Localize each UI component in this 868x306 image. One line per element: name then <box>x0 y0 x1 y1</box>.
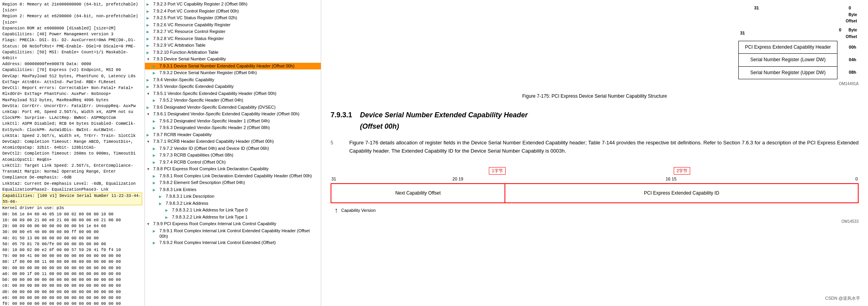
para-body: Figure 7-176 details allocation of regis… <box>349 138 859 155</box>
tree-item[interactable]: ▶7.9.2.9 VC Arbitration Table <box>145 42 321 49</box>
tree-item[interactable]: ▶7.9.9.1 Root Complex Internal Link Cont… <box>145 228 321 240</box>
tree-item-label: 7.9.2.3 Port VC Capability Register 2 (O… <box>153 1 319 7</box>
tree-item[interactable]: ▶7.9.9.2 Root Complex Internal Link Cont… <box>145 239 321 246</box>
tree-item[interactable]: ▼7.9.9 PCI Express Root Complex Internal… <box>145 220 321 228</box>
tree-item[interactable]: ▶7.9.8.2 Element Self Description (Offse… <box>145 179 321 186</box>
tree-item-label: 7.9.8.3.2.1 Link Address for Link Type 0 <box>172 207 319 213</box>
om-label-2: OM14533 <box>331 219 859 225</box>
leaf-arrow-icon: ▶ <box>153 118 158 124</box>
left-line: 70: 00 00 41 00 00 00 00 00 00 00 00 00 … <box>2 253 142 259</box>
left-line: DevCap: MaxPayload 512 bytes, PhantFunc … <box>2 73 142 79</box>
tree-item-label: 7.9.7.3 RCRB Capabilities (Offset 08h) <box>159 152 319 158</box>
left-line: LnkSta2: Current De-emphasis Level: -6dB… <box>2 181 142 187</box>
arrow-down-icon: ▼ <box>146 56 152 62</box>
reg-name-cell: PCI Express Extended Capability Header <box>738 41 837 54</box>
bit-2019-label: 20 19 <box>452 176 463 183</box>
leaf-arrow-icon: ▶ <box>146 84 152 90</box>
tree-item[interactable]: ▶7.9.7.2 Vendor ID (Offset 04h) and Devi… <box>145 145 321 152</box>
tree-item[interactable]: ▶7.9.8.3.1 Link Description <box>145 193 321 200</box>
tree-item[interactable]: ▶7.9.2.5 Port VC Status Register (Offset… <box>145 15 321 22</box>
tree-item[interactable]: ▶7.9.8.3.2 Link Address <box>145 200 321 207</box>
tree-item[interactable]: ▼7.9.6.1 Designated Vendor-Specific Exte… <box>145 111 321 118</box>
leaf-arrow-icon: ▶ <box>159 193 165 200</box>
left-line: Region 2: Memory at e6200000 (64-bit, no… <box>2 13 142 25</box>
leaf-arrow-icon: ▶ <box>153 187 158 193</box>
watermark: CSDN @逆风水手 <box>825 295 860 302</box>
leaf-arrow-icon: ▶ <box>159 200 165 207</box>
bit-31-header: 31 <box>738 26 837 41</box>
tree-item[interactable]: ▶7.9.8.3 Link Entries <box>145 186 321 193</box>
tree-item[interactable]: ▶7.9.7.3 RCRB Capabilities (Offset 08h) <box>145 152 321 159</box>
byte2-annotation: 2字节 <box>674 167 690 175</box>
left-line: Capabilities: [50] MSI: Enable+ Count=1/… <box>2 49 142 61</box>
tree-item[interactable]: ▶7.9.6.3 Designated Vendor-Specific Head… <box>145 124 321 131</box>
reg-table-body: 310 ByteOffsetPCI Express Extended Capab… <box>738 26 859 79</box>
tree-item-label: 7.9.2.9 VC Arbitration Table <box>153 42 319 48</box>
tree-item-label: 7.9.2.8 VC Resource Status Register <box>153 36 319 41</box>
tree-item[interactable]: ▼7.9.3 Device Serial Number Capability <box>145 56 321 63</box>
left-line: a0: 00 00 1f 00 11 00 00 00 00 00 00 00 … <box>2 271 142 277</box>
tree-item[interactable]: ▶7.9.6 Designated Vendor-Specific Extend… <box>145 104 321 111</box>
tree-item-label: 7.9.5.2 Vendor-Specific Header (Offset 0… <box>159 97 319 103</box>
left-line: Expansion ROM at e6000000 [disabled] [si… <box>2 26 142 31</box>
left-line: MaxPayload 512 bytes, MaxReadReq 4096 by… <box>2 97 142 103</box>
tree-item[interactable]: ▶7.9.5.2 Vendor-Specific Header (Offset … <box>145 97 321 104</box>
left-line: Flags: PMEClk- DSI- D1- D2- AuxCurrent=0… <box>2 37 142 43</box>
tree-item[interactable]: ▼7.9.8 PCI Express Root Complex Link Dec… <box>145 166 321 173</box>
tree-item[interactable]: ▶7.9.2.7 VC Resource Control Register <box>145 28 321 35</box>
left-panel: Region 0: Memory at 21e000000000 (64-bit… <box>0 0 145 306</box>
left-line: Region 0: Memory at 21e000000000 (64-bit… <box>2 2 142 13</box>
tree-item[interactable]: ▼7.9.5.1 Vendor-Specific Extended Capabi… <box>145 90 321 97</box>
tree-item[interactable]: ▶7.9.7 RCRB Header Capability <box>145 131 321 138</box>
tree-item[interactable]: ▶7.9.7.4 RCRB Control (Offset 0Ch) <box>145 159 321 166</box>
left-line: Status: D0 NoSoftRst+ PME-Enable- DSel=0… <box>2 44 142 49</box>
left-line: LnkCap: Port #0, Speed 2.5GT/s, Width x4… <box>2 109 142 115</box>
tree-item[interactable]: ▶7.9.2.4 Port VC Control Register (Offse… <box>145 8 321 15</box>
bit-31-label: 31 <box>331 176 336 183</box>
tree-item-label: 7.9.8.3.2.2 Link Address for Link Type 1 <box>172 214 319 220</box>
tree-item[interactable]: ▶7.9.5 Vendor-Specific Extended Capabili… <box>145 83 321 90</box>
left-line: 90: 00 00 00 00 00 00 00 00 00 00 00 00 … <box>2 265 142 271</box>
tree-content[interactable]: ▶7.9.2.3 Port VC Capability Register 2 (… <box>145 1 321 246</box>
tree-item[interactable]: ▶7.9.2.3 Port VC Capability Register 2 (… <box>145 1 321 8</box>
tree-item[interactable]: ▶7.9.6.2 Designated Vendor-Specific Head… <box>145 118 321 125</box>
left-line: LnkCtl: ASPM Disabled; RCB 64 bytes Disa… <box>2 121 142 127</box>
tree-item[interactable]: ▶7.9.2.8 VC Resource Status Register <box>145 35 321 42</box>
tree-item[interactable]: ▶7.9.8.3.2.1 Link Address for Link Type … <box>145 207 321 214</box>
bit-1615-label: 16 15 <box>665 176 676 183</box>
tree-item[interactable]: ▶7.9.8.3.2.2 Link Address for Link Type … <box>145 214 321 221</box>
leaf-arrow-icon: ▶ <box>153 70 158 76</box>
tree-item[interactable]: ▶7.9.3.1 Device Serial Number Extended C… <box>145 63 321 70</box>
tree-panel[interactable]: ▶7.9.2.3 Port VC Capability Register 2 (… <box>145 0 321 306</box>
left-line: c0: 00 00 00 00 00 00 00 00 00 00 00 00 … <box>2 283 142 289</box>
register-table: 31 0 ByteOffset 310 ByteOffs <box>738 3 859 79</box>
left-line: ExtTag+ AttnBtn- AttnInd- PwrInd- RBE+ F… <box>2 79 142 85</box>
para-num: 5 <box>331 139 338 161</box>
tree-item[interactable]: ▶7.9.2.6 VC Resource Capability Register <box>145 22 321 29</box>
tree-item[interactable]: ▶7.9.2.10 Function Arbitration Table <box>145 49 321 56</box>
pci-exp-cap-id-cell: PCI Express Extended Capability ID <box>505 184 858 203</box>
tree-item[interactable]: ▶7.9.8.1 Root Complex Link Declaration E… <box>145 173 321 180</box>
arrow-down-icon: ▼ <box>146 138 152 145</box>
left-line: LnkCtl2: Target Link Speed: 2.5GT/s, Ent… <box>2 163 142 169</box>
tree-item-label: 7.9.5 Vendor-Specific Extended Capabilit… <box>153 84 319 89</box>
left-line: f0: 00 00 00 00 00 00 00 00 00 00 00 00 … <box>2 301 142 306</box>
left-line: Transmit Margin: Normal Operating Range,… <box>2 169 142 175</box>
left-line: 80: 1f 00 00 00 11 00 00 00 00 00 00 00 … <box>2 259 142 265</box>
tree-item[interactable]: ▶7.9.4 Vendor-Specific Capability <box>145 76 321 84</box>
left-line: e0: 00 00 00 00 00 00 00 00 00 00 00 00 … <box>2 295 142 301</box>
left-content: Region 0: Memory at 21e000000000 (64-bit… <box>2 2 142 306</box>
byte1-annotation: 1字节 <box>489 167 505 175</box>
tree-item[interactable]: ▼7.9.7.1 RCRB Header Extended Capability… <box>145 138 321 145</box>
tree-item[interactable]: ▶7.9.3.2 Device Serial Number Register (… <box>145 69 321 76</box>
table-row: Serial Number Register (Lower DW)04h <box>738 54 859 66</box>
left-line: 50: 05 70 81 78 00/fe 00 00 00 0b 00 00 … <box>2 241 142 247</box>
leaf-arrow-icon: ▶ <box>146 104 152 111</box>
arrow-down-icon: ▼ <box>146 91 152 97</box>
left-line: AtomicOpsCap: 32bit- 64bit- 128bitCAS- <box>2 145 142 151</box>
tree-item-label: 7.9.8.1 Root Complex Link Declaration Ex… <box>159 173 319 178</box>
left-line: RlxdOrd+ ExtTag+ PhantFunc- AuxPwr- NoSn… <box>2 91 142 97</box>
leaf-arrow-icon: ▶ <box>165 207 171 213</box>
next-cap-offset-cell: Next Capability Offset <box>331 184 505 203</box>
tree-item-label: 7.9.8 PCI Express Root Complex Link Decl… <box>153 166 319 171</box>
